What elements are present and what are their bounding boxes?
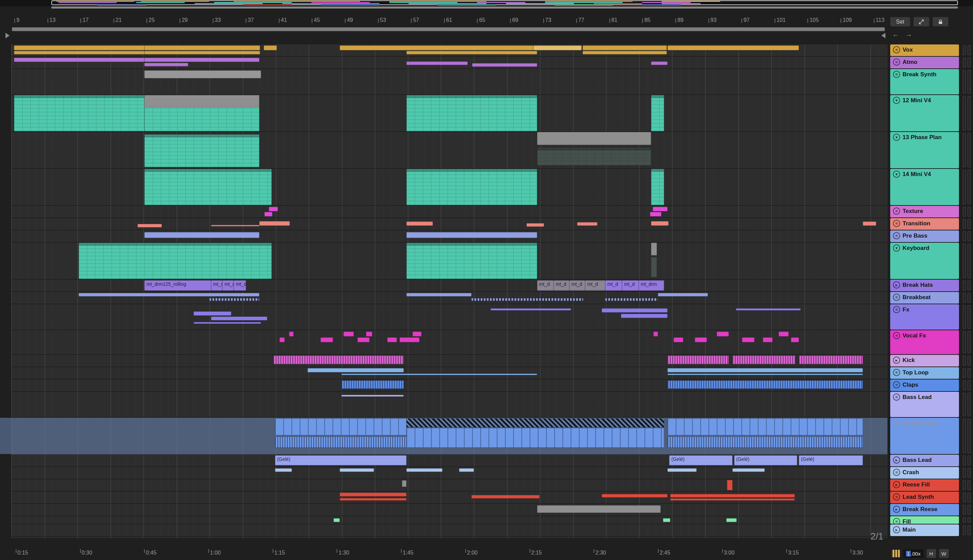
clip[interactable] bbox=[211, 225, 259, 226]
track-row-atmo[interactable] bbox=[11, 57, 888, 69]
clip[interactable] bbox=[144, 169, 271, 205]
track-menu-icon[interactable]: ≡ bbox=[893, 294, 900, 301]
track-menu-icon[interactable]: ≡ bbox=[893, 493, 900, 500]
clip[interactable] bbox=[406, 95, 537, 131]
clip[interactable] bbox=[537, 132, 651, 145]
clip[interactable] bbox=[717, 332, 729, 337]
track-row-vox[interactable] bbox=[11, 45, 888, 57]
clip[interactable] bbox=[667, 374, 863, 375]
track-menu-icon[interactable]: ≡ bbox=[893, 518, 900, 524]
clip[interactable] bbox=[406, 169, 537, 205]
track-header-top-loop[interactable]: ≡Top Loop bbox=[890, 367, 959, 379]
clip[interactable] bbox=[667, 380, 863, 389]
clip[interactable] bbox=[413, 332, 421, 337]
clip[interactable] bbox=[621, 314, 667, 318]
clip[interactable] bbox=[144, 95, 259, 107]
clip[interactable] bbox=[79, 243, 271, 279]
clip[interactable] bbox=[651, 221, 669, 226]
clip[interactable] bbox=[279, 337, 285, 342]
key-midi-status-icon[interactable] bbox=[891, 550, 900, 557]
fold-closed-icon[interactable]: ▸ bbox=[893, 506, 900, 513]
clip[interactable] bbox=[209, 298, 259, 301]
track-row-claps[interactable] bbox=[11, 380, 888, 392]
clip[interactable] bbox=[459, 468, 474, 472]
clip[interactable] bbox=[663, 518, 670, 522]
clip[interactable] bbox=[602, 494, 667, 497]
clip[interactable] bbox=[667, 368, 863, 372]
clip[interactable] bbox=[14, 45, 145, 50]
track-header-main[interactable]: ▸Main bbox=[890, 525, 959, 536]
track-header-crash[interactable]: ≡Crash bbox=[890, 467, 959, 478]
fold-closed-icon[interactable]: ▸ bbox=[893, 282, 900, 288]
track-row-13-phase-plan[interactable] bbox=[11, 132, 888, 169]
track-row-bass-lead[interactable] bbox=[11, 392, 888, 418]
clip[interactable]: mt_d bbox=[569, 280, 585, 291]
track-header-transition[interactable]: ≡Transition bbox=[890, 218, 959, 230]
fold-open-icon[interactable]: ▾ bbox=[893, 97, 900, 104]
track-header-atmo[interactable]: ≡Atmo bbox=[890, 57, 959, 68]
clip[interactable] bbox=[406, 293, 471, 297]
time-ruler[interactable]: 0:150:300:451:001:151:301:452:002:152:30… bbox=[11, 547, 888, 560]
track-header-break-reese[interactable]: ▸Break Reese bbox=[890, 504, 959, 515]
clip[interactable] bbox=[144, 51, 260, 54]
track-menu-icon[interactable]: ≡ bbox=[893, 220, 900, 227]
track-header-bass-lead[interactable]: ≡Bass Lead bbox=[890, 392, 959, 417]
track-menu-icon[interactable]: ≡ bbox=[893, 369, 900, 376]
clip[interactable] bbox=[667, 468, 697, 472]
zoom-level-field[interactable]: 1.00x bbox=[903, 549, 923, 558]
clip[interactable] bbox=[651, 243, 657, 255]
track-row-crash[interactable] bbox=[11, 467, 888, 479]
clip[interactable] bbox=[343, 332, 354, 337]
clip[interactable] bbox=[406, 428, 664, 448]
clip[interactable] bbox=[275, 468, 292, 472]
clip[interactable] bbox=[194, 312, 231, 315]
clip[interactable] bbox=[667, 355, 729, 364]
clip[interactable]: mt_d bbox=[537, 280, 554, 291]
clip[interactable]: (Gelé) bbox=[669, 455, 732, 465]
clip[interactable]: mt_d bbox=[211, 280, 222, 291]
clip[interactable] bbox=[650, 212, 661, 217]
clip[interactable] bbox=[144, 63, 188, 66]
clip[interactable] bbox=[732, 355, 796, 364]
track-menu-icon[interactable]: ≡ bbox=[893, 232, 900, 239]
clip[interactable] bbox=[863, 222, 876, 226]
track-row-texture[interactable] bbox=[11, 206, 888, 218]
clip[interactable]: mt_drm bbox=[639, 280, 664, 291]
clip[interactable] bbox=[577, 222, 597, 226]
clip[interactable] bbox=[358, 337, 370, 342]
track-row-top-loop[interactable] bbox=[11, 367, 888, 380]
track-menu-icon[interactable]: ≡ bbox=[893, 332, 900, 339]
clip[interactable] bbox=[763, 337, 772, 342]
arrangement-overview[interactable] bbox=[0, 0, 973, 6]
clip[interactable] bbox=[275, 437, 406, 448]
clip[interactable] bbox=[583, 51, 667, 54]
clip[interactable] bbox=[670, 498, 795, 500]
zoom-width-button[interactable]: W bbox=[939, 549, 949, 558]
track-row-vocal-fx[interactable] bbox=[11, 330, 888, 355]
clip[interactable]: (Gelé) bbox=[799, 455, 863, 465]
track-row-bass-lead[interactable]: (Gelé)(Gelé)(Gelé)(Gelé) bbox=[11, 455, 888, 467]
clip[interactable] bbox=[537, 505, 660, 513]
fold-closed-icon[interactable]: ▸ bbox=[893, 481, 900, 488]
clip[interactable] bbox=[340, 498, 406, 500]
clip[interactable] bbox=[472, 63, 537, 67]
track-row-12-mini-v4[interactable] bbox=[11, 95, 888, 132]
clip[interactable] bbox=[527, 223, 544, 227]
clip[interactable] bbox=[340, 45, 533, 50]
clip[interactable]: mt_d bbox=[222, 280, 234, 291]
clip[interactable] bbox=[273, 355, 404, 364]
clip[interactable] bbox=[732, 468, 765, 472]
clip[interactable] bbox=[406, 222, 433, 226]
horizontal-zoom-scroll-strip[interactable] bbox=[51, 7, 958, 8]
track-header-59-minifreak[interactable]: ▾59 MiniFreak bbox=[890, 418, 959, 454]
clip[interactable] bbox=[264, 45, 277, 50]
track-header-12-mini-v4[interactable]: ▾12 Mini V4 bbox=[890, 95, 959, 131]
track-header-13-phase-plan[interactable]: ▾13 Phase Plan bbox=[890, 132, 959, 168]
clip[interactable] bbox=[400, 337, 420, 342]
clip[interactable] bbox=[194, 322, 261, 324]
track-row-breakbeat[interactable] bbox=[11, 292, 888, 304]
clip[interactable] bbox=[144, 45, 260, 50]
clip[interactable] bbox=[308, 368, 404, 372]
beat-time-ruler[interactable]: 9131721252933374145495357616569737781858… bbox=[11, 10, 888, 44]
track-row-14-mini-v4[interactable] bbox=[11, 169, 888, 206]
